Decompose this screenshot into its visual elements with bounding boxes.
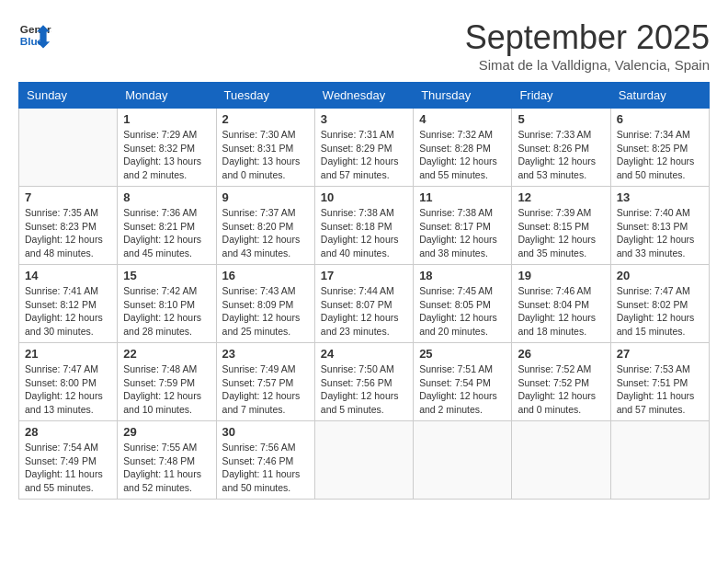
calendar-cell: 10Sunrise: 7:38 AMSunset: 8:18 PMDayligh… bbox=[314, 187, 413, 265]
calendar-cell: 30Sunrise: 7:56 AMSunset: 7:46 PMDayligh… bbox=[216, 421, 314, 500]
calendar-cell: 6Sunrise: 7:34 AMSunset: 8:25 PMDaylight… bbox=[610, 109, 709, 187]
calendar-week-row: 14Sunrise: 7:41 AMSunset: 8:12 PMDayligh… bbox=[19, 265, 710, 343]
day-info: Sunrise: 7:32 AMSunset: 8:28 PMDaylight:… bbox=[419, 128, 506, 182]
day-number: 9 bbox=[222, 190, 309, 204]
day-number: 11 bbox=[419, 190, 506, 204]
day-info: Sunrise: 7:37 AMSunset: 8:20 PMDaylight:… bbox=[222, 206, 309, 260]
logo: General Blue bbox=[18, 18, 51, 52]
calendar-cell bbox=[314, 421, 413, 500]
day-info: Sunrise: 7:54 AMSunset: 7:49 PMDaylight:… bbox=[25, 441, 111, 495]
calendar-cell: 15Sunrise: 7:42 AMSunset: 8:10 PMDayligh… bbox=[118, 265, 216, 343]
calendar-cell: 16Sunrise: 7:43 AMSunset: 8:09 PMDayligh… bbox=[216, 265, 314, 343]
day-info: Sunrise: 7:38 AMSunset: 8:18 PMDaylight:… bbox=[321, 206, 407, 260]
day-number: 29 bbox=[123, 425, 210, 439]
day-number: 4 bbox=[419, 112, 506, 126]
calendar-cell: 18Sunrise: 7:45 AMSunset: 8:05 PMDayligh… bbox=[414, 265, 512, 343]
day-info: Sunrise: 7:31 AMSunset: 8:29 PMDaylight:… bbox=[321, 128, 407, 182]
day-info: Sunrise: 7:40 AMSunset: 8:13 PMDaylight:… bbox=[617, 206, 703, 260]
day-info: Sunrise: 7:33 AMSunset: 8:26 PMDaylight:… bbox=[518, 128, 604, 182]
calendar-header-row: SundayMondayTuesdayWednesdayThursdayFrid… bbox=[19, 83, 710, 109]
day-number: 7 bbox=[25, 190, 111, 204]
day-info: Sunrise: 7:46 AMSunset: 8:04 PMDaylight:… bbox=[518, 284, 604, 339]
day-number: 17 bbox=[321, 269, 407, 282]
calendar-cell: 4Sunrise: 7:32 AMSunset: 8:28 PMDaylight… bbox=[414, 109, 512, 187]
day-info: Sunrise: 7:43 AMSunset: 8:09 PMDaylight:… bbox=[222, 284, 309, 339]
calendar-cell bbox=[414, 421, 512, 500]
calendar-cell: 23Sunrise: 7:49 AMSunset: 7:57 PMDayligh… bbox=[216, 343, 314, 421]
title-block: September 2025 Simat de la Valldigna, Va… bbox=[465, 18, 710, 73]
day-number: 6 bbox=[617, 112, 703, 126]
day-number: 3 bbox=[321, 112, 407, 126]
logo-icon: General Blue bbox=[18, 18, 51, 52]
month-title: September 2025 bbox=[465, 18, 710, 57]
day-number: 16 bbox=[222, 269, 309, 282]
day-info: Sunrise: 7:47 AMSunset: 8:00 PMDaylight:… bbox=[25, 362, 111, 417]
day-number: 15 bbox=[123, 269, 210, 282]
day-info: Sunrise: 7:45 AMSunset: 8:05 PMDaylight:… bbox=[419, 284, 506, 339]
day-number: 25 bbox=[419, 347, 506, 361]
calendar-cell: 27Sunrise: 7:53 AMSunset: 7:51 PMDayligh… bbox=[610, 343, 709, 421]
calendar-cell: 21Sunrise: 7:47 AMSunset: 8:00 PMDayligh… bbox=[19, 343, 118, 421]
day-info: Sunrise: 7:47 AMSunset: 8:02 PMDaylight:… bbox=[617, 284, 703, 339]
day-info: Sunrise: 7:51 AMSunset: 7:54 PMDaylight:… bbox=[419, 362, 506, 417]
calendar-cell: 24Sunrise: 7:50 AMSunset: 7:56 PMDayligh… bbox=[314, 343, 413, 421]
day-number: 1 bbox=[123, 112, 210, 126]
calendar-week-row: 28Sunrise: 7:54 AMSunset: 7:49 PMDayligh… bbox=[19, 421, 710, 500]
day-info: Sunrise: 7:52 AMSunset: 7:52 PMDaylight:… bbox=[518, 362, 604, 417]
day-number: 22 bbox=[123, 347, 210, 361]
page-header: General Blue September 2025 Simat de la … bbox=[18, 18, 710, 73]
day-info: Sunrise: 7:34 AMSunset: 8:25 PMDaylight:… bbox=[617, 128, 703, 182]
calendar-day-header: Wednesday bbox=[314, 83, 413, 109]
calendar-cell: 19Sunrise: 7:46 AMSunset: 8:04 PMDayligh… bbox=[512, 265, 610, 343]
day-number: 23 bbox=[222, 347, 309, 361]
calendar-cell: 14Sunrise: 7:41 AMSunset: 8:12 PMDayligh… bbox=[19, 265, 118, 343]
day-number: 13 bbox=[617, 190, 703, 204]
day-info: Sunrise: 7:44 AMSunset: 8:07 PMDaylight:… bbox=[321, 284, 407, 339]
day-info: Sunrise: 7:39 AMSunset: 8:15 PMDaylight:… bbox=[518, 206, 604, 260]
calendar-cell: 11Sunrise: 7:38 AMSunset: 8:17 PMDayligh… bbox=[414, 187, 512, 265]
calendar-cell: 8Sunrise: 7:36 AMSunset: 8:21 PMDaylight… bbox=[118, 187, 216, 265]
calendar-cell: 12Sunrise: 7:39 AMSunset: 8:15 PMDayligh… bbox=[512, 187, 610, 265]
calendar-day-header: Thursday bbox=[414, 83, 512, 109]
calendar-week-row: 21Sunrise: 7:47 AMSunset: 8:00 PMDayligh… bbox=[19, 343, 710, 421]
day-info: Sunrise: 7:29 AMSunset: 8:32 PMDaylight:… bbox=[123, 128, 210, 182]
day-number: 14 bbox=[25, 269, 111, 282]
day-info: Sunrise: 7:56 AMSunset: 7:46 PMDaylight:… bbox=[222, 441, 309, 495]
calendar-day-header: Tuesday bbox=[216, 83, 314, 109]
day-number: 21 bbox=[25, 347, 111, 361]
day-info: Sunrise: 7:49 AMSunset: 7:57 PMDaylight:… bbox=[222, 362, 309, 417]
calendar-cell bbox=[512, 421, 610, 500]
day-info: Sunrise: 7:48 AMSunset: 7:59 PMDaylight:… bbox=[123, 362, 210, 417]
day-number: 5 bbox=[518, 112, 604, 126]
day-number: 26 bbox=[518, 347, 604, 361]
calendar-table: SundayMondayTuesdayWednesdayThursdayFrid… bbox=[18, 82, 710, 500]
calendar-cell bbox=[610, 421, 709, 500]
calendar-week-row: 1Sunrise: 7:29 AMSunset: 8:32 PMDaylight… bbox=[19, 109, 710, 187]
calendar-cell: 2Sunrise: 7:30 AMSunset: 8:31 PMDaylight… bbox=[216, 109, 314, 187]
calendar-day-header: Saturday bbox=[610, 83, 709, 109]
day-number: 30 bbox=[222, 425, 309, 439]
location-subtitle: Simat de la Valldigna, Valencia, Spain bbox=[465, 57, 710, 73]
calendar-cell: 1Sunrise: 7:29 AMSunset: 8:32 PMDaylight… bbox=[118, 109, 216, 187]
calendar-cell: 29Sunrise: 7:55 AMSunset: 7:48 PMDayligh… bbox=[118, 421, 216, 500]
day-info: Sunrise: 7:35 AMSunset: 8:23 PMDaylight:… bbox=[25, 206, 111, 260]
calendar-cell: 17Sunrise: 7:44 AMSunset: 8:07 PMDayligh… bbox=[314, 265, 413, 343]
day-info: Sunrise: 7:36 AMSunset: 8:21 PMDaylight:… bbox=[123, 206, 210, 260]
day-number: 20 bbox=[617, 269, 703, 282]
day-info: Sunrise: 7:50 AMSunset: 7:56 PMDaylight:… bbox=[321, 362, 407, 417]
calendar-cell: 13Sunrise: 7:40 AMSunset: 8:13 PMDayligh… bbox=[610, 187, 709, 265]
day-number: 10 bbox=[321, 190, 407, 204]
calendar-cell: 26Sunrise: 7:52 AMSunset: 7:52 PMDayligh… bbox=[512, 343, 610, 421]
day-number: 24 bbox=[321, 347, 407, 361]
calendar-cell: 7Sunrise: 7:35 AMSunset: 8:23 PMDaylight… bbox=[19, 187, 118, 265]
calendar-cell: 5Sunrise: 7:33 AMSunset: 8:26 PMDaylight… bbox=[512, 109, 610, 187]
day-info: Sunrise: 7:30 AMSunset: 8:31 PMDaylight:… bbox=[222, 128, 309, 182]
calendar-week-row: 7Sunrise: 7:35 AMSunset: 8:23 PMDaylight… bbox=[19, 187, 710, 265]
day-info: Sunrise: 7:53 AMSunset: 7:51 PMDaylight:… bbox=[617, 362, 703, 417]
day-info: Sunrise: 7:42 AMSunset: 8:10 PMDaylight:… bbox=[123, 284, 210, 339]
calendar-day-header: Monday bbox=[118, 83, 216, 109]
calendar-day-header: Friday bbox=[512, 83, 610, 109]
day-number: 8 bbox=[123, 190, 210, 204]
day-number: 12 bbox=[518, 190, 604, 204]
calendar-cell bbox=[19, 109, 118, 187]
